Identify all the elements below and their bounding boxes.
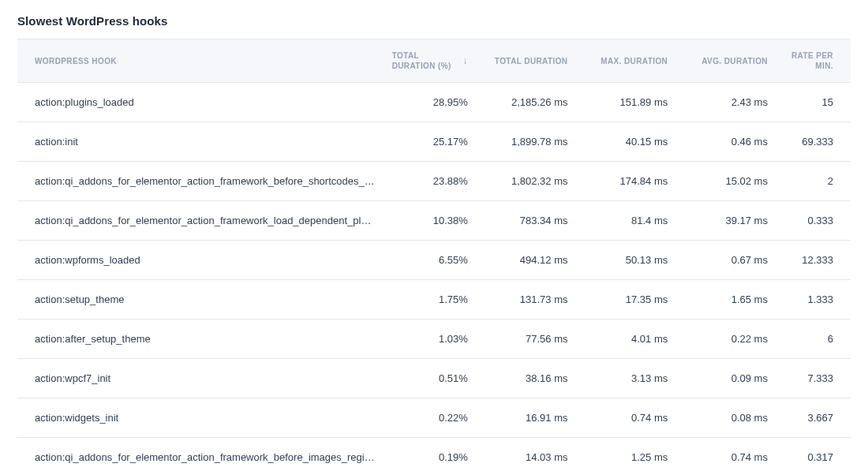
cell-max: 151.89 ms [576,83,676,122]
cell-avg: 0.46 ms [675,122,776,162]
col-header-rpm[interactable]: RATE PER MIN. [776,39,851,83]
cell-pct: 0.22% [384,398,476,438]
sort-desc-icon: ↓ [462,56,467,65]
cell-pct: 28.95% [384,83,476,122]
cell-total: 77.56 ms [476,320,576,359]
cell-max: 1.25 ms [576,438,676,472]
cell-hook: action:qi_addons_for_elementor_action_fr… [17,162,384,201]
cell-max: 81.4 ms [576,201,676,241]
cell-avg: 0.09 ms [675,359,776,398]
cell-rpm: 0.333 [776,201,851,241]
cell-total: 14.03 ms [476,438,576,472]
cell-hook: action:plugins_loaded [17,83,384,122]
cell-rpm: 0.317 [776,438,851,472]
cell-rpm: 7.333 [776,359,851,398]
table-row[interactable]: action:qi_addons_for_elementor_action_fr… [17,201,851,241]
table-row[interactable]: action:widgets_init0.22%16.91 ms0.74 ms0… [17,398,851,438]
col-header-max[interactable]: MAX. DURATION [576,39,676,83]
cell-hook: action:widgets_init [17,398,384,438]
cell-hook: action:init [17,122,384,162]
cell-total: 2,185.26 ms [476,83,576,122]
cell-avg: 1.65 ms [675,280,776,320]
cell-hook: action:qi_addons_for_elementor_action_fr… [17,201,384,241]
cell-pct: 6.55% [384,241,476,280]
cell-total: 131.73 ms [476,280,576,320]
table-row[interactable]: action:wpforms_loaded6.55%494.12 ms50.13… [17,241,851,280]
cell-rpm: 6 [776,320,851,359]
cell-max: 3.13 ms [576,359,676,398]
cell-avg: 0.67 ms [675,241,776,280]
cell-total: 38.16 ms [476,359,576,398]
table-row[interactable]: action:plugins_loaded28.95%2,185.26 ms15… [17,83,851,122]
cell-pct: 0.19% [384,438,476,472]
cell-max: 40.15 ms [576,122,676,162]
col-header-pct-label: TOTAL DURATION (%) [392,50,458,71]
cell-max: 174.84 ms [576,162,676,201]
col-header-avg[interactable]: AVG. DURATION [675,39,776,83]
cell-avg: 0.08 ms [675,398,776,438]
cell-hook: action:after_setup_theme [17,320,384,359]
cell-avg: 2.43 ms [675,83,776,122]
slowest-hooks-panel: Slowest WordPress hooks WORDPRESS HOOK T… [0,0,868,471]
col-header-hook[interactable]: WORDPRESS HOOK [17,39,384,83]
cell-avg: 39.17 ms [675,201,776,241]
table-header-row: WORDPRESS HOOK TOTAL DURATION (%) ↓ TOTA… [17,39,851,83]
cell-pct: 1.75% [384,280,476,320]
table-row[interactable]: action:init25.17%1,899.78 ms40.15 ms0.46… [17,122,851,162]
cell-pct: 23.88% [384,162,476,201]
cell-hook: action:wpcf7_init [17,359,384,398]
cell-total: 1,899.78 ms [476,122,576,162]
cell-rpm: 1.333 [776,280,851,320]
cell-pct: 0.51% [384,359,476,398]
panel-title: Slowest WordPress hooks [17,14,851,28]
cell-avg: 0.22 ms [675,320,776,359]
table-row[interactable]: action:wpcf7_init0.51%38.16 ms3.13 ms0.0… [17,359,851,398]
cell-total: 494.12 ms [476,241,576,280]
cell-rpm: 69.333 [776,122,851,162]
cell-rpm: 2 [776,162,851,201]
hooks-table: WORDPRESS HOOK TOTAL DURATION (%) ↓ TOTA… [17,39,851,471]
cell-total: 16.91 ms [476,398,576,438]
cell-max: 0.74 ms [576,398,676,438]
cell-pct: 1.03% [384,320,476,359]
cell-rpm: 15 [776,83,851,122]
table-row[interactable]: action:qi_addons_for_elementor_action_fr… [17,162,851,201]
table-row[interactable]: action:after_setup_theme1.03%77.56 ms4.0… [17,320,851,359]
table-row[interactable]: action:qi_addons_for_elementor_action_fr… [17,438,851,472]
cell-pct: 25.17% [384,122,476,162]
cell-rpm: 3.667 [776,398,851,438]
cell-avg: 15.02 ms [675,162,776,201]
cell-hook: action:wpforms_loaded [17,241,384,280]
col-header-total[interactable]: TOTAL DURATION [476,39,576,83]
cell-rpm: 12.333 [776,241,851,280]
table-row[interactable]: action:setup_theme1.75%131.73 ms17.35 ms… [17,280,851,320]
cell-hook: action:qi_addons_for_elementor_action_fr… [17,438,384,472]
cell-hook: action:setup_theme [17,280,384,320]
cell-total: 783.34 ms [476,201,576,241]
cell-avg: 0.74 ms [675,438,776,472]
cell-max: 50.13 ms [576,241,676,280]
col-header-pct[interactable]: TOTAL DURATION (%) ↓ [384,39,476,83]
cell-pct: 10.38% [384,201,476,241]
cell-total: 1,802.32 ms [476,162,576,201]
cell-max: 4.01 ms [576,320,676,359]
cell-max: 17.35 ms [576,280,676,320]
